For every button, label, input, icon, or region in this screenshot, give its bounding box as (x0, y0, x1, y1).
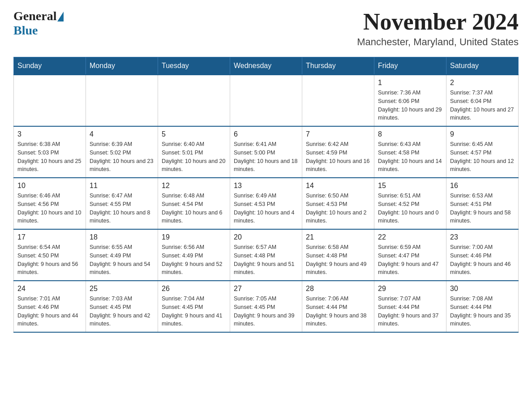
day-info: Sunrise: 6:47 AM Sunset: 4:55 PM Dayligh… (90, 192, 154, 225)
calendar-cell: 6Sunrise: 6:41 AM Sunset: 5:00 PM Daylig… (230, 126, 302, 178)
day-info: Sunrise: 6:45 AM Sunset: 4:57 PM Dayligh… (450, 140, 515, 174)
day-number: 12 (162, 182, 226, 190)
day-number: 23 (450, 233, 515, 241)
day-number: 30 (450, 285, 515, 293)
day-number: 2 (450, 79, 515, 87)
day-number: 15 (378, 182, 442, 190)
day-info: Sunrise: 6:39 AM Sunset: 5:02 PM Dayligh… (90, 140, 154, 174)
calendar-cell (158, 75, 230, 126)
logo-triangle-icon (57, 12, 64, 21)
day-info: Sunrise: 7:00 AM Sunset: 4:46 PM Dayligh… (450, 243, 515, 277)
day-info: Sunrise: 6:43 AM Sunset: 4:58 PM Dayligh… (378, 140, 442, 174)
location-text: Manchester, Maryland, United States (357, 36, 519, 48)
day-number: 26 (162, 285, 226, 293)
day-number: 9 (450, 130, 515, 138)
day-info: Sunrise: 7:01 AM Sunset: 4:46 PM Dayligh… (17, 295, 82, 328)
day-info: Sunrise: 6:58 AM Sunset: 4:48 PM Dayligh… (306, 243, 370, 277)
calendar-cell (86, 75, 158, 126)
day-info: Sunrise: 6:41 AM Sunset: 5:00 PM Dayligh… (234, 140, 298, 174)
day-info: Sunrise: 7:37 AM Sunset: 6:04 PM Dayligh… (450, 89, 515, 122)
calendar-cell: 1Sunrise: 7:36 AM Sunset: 6:06 PM Daylig… (374, 75, 446, 126)
calendar-cell: 12Sunrise: 6:48 AM Sunset: 4:54 PM Dayli… (158, 178, 230, 229)
day-number: 3 (17, 130, 82, 138)
calendar-table: SundayMondayTuesdayWednesdayThursdayFrid… (13, 57, 519, 333)
day-number: 7 (306, 130, 370, 138)
calendar-cell: 2Sunrise: 7:37 AM Sunset: 6:04 PM Daylig… (446, 75, 519, 126)
day-number: 22 (378, 233, 442, 241)
day-number: 18 (90, 233, 154, 241)
calendar-cell: 24Sunrise: 7:01 AM Sunset: 4:46 PM Dayli… (14, 281, 86, 332)
day-info: Sunrise: 7:07 AM Sunset: 4:44 PM Dayligh… (378, 295, 442, 328)
day-number: 13 (234, 182, 298, 190)
day-info: Sunrise: 7:05 AM Sunset: 4:45 PM Dayligh… (234, 295, 298, 328)
day-info: Sunrise: 6:42 AM Sunset: 4:59 PM Dayligh… (306, 140, 370, 174)
calendar-cell: 29Sunrise: 7:07 AM Sunset: 4:44 PM Dayli… (374, 281, 446, 332)
calendar-cell: 25Sunrise: 7:03 AM Sunset: 4:45 PM Dayli… (86, 281, 158, 332)
day-info: Sunrise: 7:06 AM Sunset: 4:44 PM Dayligh… (306, 295, 370, 328)
calendar-cell: 13Sunrise: 6:49 AM Sunset: 4:53 PM Dayli… (230, 178, 302, 229)
calendar-cell: 7Sunrise: 6:42 AM Sunset: 4:59 PM Daylig… (302, 126, 374, 178)
day-info: Sunrise: 6:55 AM Sunset: 4:49 PM Dayligh… (90, 243, 154, 277)
title-block: November 2024 Manchester, Maryland, Unit… (357, 9, 519, 48)
weekday-header-wednesday: Wednesday (230, 57, 302, 75)
calendar-cell: 5Sunrise: 6:40 AM Sunset: 5:01 PM Daylig… (158, 126, 230, 178)
calendar-week-row: 10Sunrise: 6:46 AM Sunset: 4:56 PM Dayli… (14, 178, 519, 229)
page-header: General Blue November 2024 Manchester, M… (13, 9, 519, 48)
day-number: 16 (450, 182, 515, 190)
calendar-week-row: 24Sunrise: 7:01 AM Sunset: 4:46 PM Dayli… (14, 281, 519, 332)
day-number: 21 (306, 233, 370, 241)
day-info: Sunrise: 7:08 AM Sunset: 4:44 PM Dayligh… (450, 295, 515, 328)
logo-blue-text: Blue (13, 23, 38, 38)
calendar-cell: 10Sunrise: 6:46 AM Sunset: 4:56 PM Dayli… (14, 178, 86, 229)
day-info: Sunrise: 6:59 AM Sunset: 4:47 PM Dayligh… (378, 243, 442, 277)
day-number: 28 (306, 285, 370, 293)
calendar-cell: 22Sunrise: 6:59 AM Sunset: 4:47 PM Dayli… (374, 229, 446, 281)
calendar-cell (230, 75, 302, 126)
calendar-cell (14, 75, 86, 126)
day-info: Sunrise: 6:49 AM Sunset: 4:53 PM Dayligh… (234, 192, 298, 225)
calendar-week-row: 1Sunrise: 7:36 AM Sunset: 6:06 PM Daylig… (14, 75, 519, 126)
day-info: Sunrise: 6:40 AM Sunset: 5:01 PM Dayligh… (162, 140, 226, 174)
day-number: 17 (17, 233, 82, 241)
calendar-cell: 3Sunrise: 6:38 AM Sunset: 5:03 PM Daylig… (14, 126, 86, 178)
calendar-cell: 4Sunrise: 6:39 AM Sunset: 5:02 PM Daylig… (86, 126, 158, 178)
day-info: Sunrise: 6:46 AM Sunset: 4:56 PM Dayligh… (17, 192, 82, 225)
day-number: 24 (17, 285, 82, 293)
calendar-cell: 19Sunrise: 6:56 AM Sunset: 4:49 PM Dayli… (158, 229, 230, 281)
day-info: Sunrise: 6:38 AM Sunset: 5:03 PM Dayligh… (17, 140, 82, 174)
logo: General Blue (13, 9, 64, 38)
day-info: Sunrise: 7:03 AM Sunset: 4:45 PM Dayligh… (90, 295, 154, 328)
calendar-cell: 11Sunrise: 6:47 AM Sunset: 4:55 PM Dayli… (86, 178, 158, 229)
day-info: Sunrise: 6:53 AM Sunset: 4:51 PM Dayligh… (450, 192, 515, 225)
weekday-header-sunday: Sunday (14, 57, 86, 75)
day-info: Sunrise: 6:56 AM Sunset: 4:49 PM Dayligh… (162, 243, 226, 277)
calendar-cell: 15Sunrise: 6:51 AM Sunset: 4:52 PM Dayli… (374, 178, 446, 229)
month-year-heading: November 2024 (357, 9, 519, 34)
weekday-header-monday: Monday (86, 57, 158, 75)
calendar-cell: 20Sunrise: 6:57 AM Sunset: 4:48 PM Dayli… (230, 229, 302, 281)
calendar-cell: 21Sunrise: 6:58 AM Sunset: 4:48 PM Dayli… (302, 229, 374, 281)
day-number: 8 (378, 130, 442, 138)
day-info: Sunrise: 6:50 AM Sunset: 4:53 PM Dayligh… (306, 192, 370, 225)
calendar-cell: 17Sunrise: 6:54 AM Sunset: 4:50 PM Dayli… (14, 229, 86, 281)
day-number: 20 (234, 233, 298, 241)
day-info: Sunrise: 6:57 AM Sunset: 4:48 PM Dayligh… (234, 243, 298, 277)
day-info: Sunrise: 6:51 AM Sunset: 4:52 PM Dayligh… (378, 192, 442, 225)
calendar-cell: 18Sunrise: 6:55 AM Sunset: 4:49 PM Dayli… (86, 229, 158, 281)
calendar-cell: 14Sunrise: 6:50 AM Sunset: 4:53 PM Dayli… (302, 178, 374, 229)
day-number: 27 (234, 285, 298, 293)
day-number: 4 (90, 130, 154, 138)
day-info: Sunrise: 7:04 AM Sunset: 4:45 PM Dayligh… (162, 295, 226, 328)
calendar-cell: 30Sunrise: 7:08 AM Sunset: 4:44 PM Dayli… (446, 281, 519, 332)
calendar-cell: 23Sunrise: 7:00 AM Sunset: 4:46 PM Dayli… (446, 229, 519, 281)
day-number: 10 (17, 182, 82, 190)
day-info: Sunrise: 6:54 AM Sunset: 4:50 PM Dayligh… (17, 243, 82, 277)
calendar-cell: 28Sunrise: 7:06 AM Sunset: 4:44 PM Dayli… (302, 281, 374, 332)
day-info: Sunrise: 6:48 AM Sunset: 4:54 PM Dayligh… (162, 192, 226, 225)
calendar-cell: 16Sunrise: 6:53 AM Sunset: 4:51 PM Dayli… (446, 178, 519, 229)
day-number: 6 (234, 130, 298, 138)
logo-general-text: General (13, 9, 56, 23)
calendar-cell: 8Sunrise: 6:43 AM Sunset: 4:58 PM Daylig… (374, 126, 446, 178)
day-number: 29 (378, 285, 442, 293)
weekday-header-saturday: Saturday (446, 57, 519, 75)
